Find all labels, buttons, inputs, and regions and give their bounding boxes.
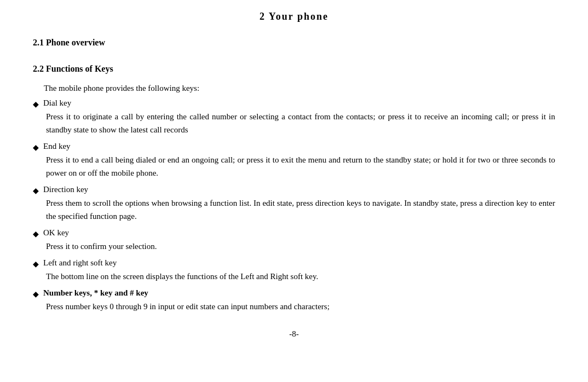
diamond-icon: ◆: [33, 100, 39, 109]
section-2-1-heading: 2.1 Phone overview: [33, 38, 555, 48]
diamond-icon: ◆: [33, 143, 39, 152]
section-2-2-heading: 2.2 Functions of Keys: [33, 64, 555, 74]
bullet-description: The bottom line on the screen displays t…: [46, 270, 555, 283]
section-2-1: 2.1 Phone overview: [33, 38, 555, 48]
bullet-title: Dial key: [43, 99, 71, 108]
list-item: ◆Number keys, * key and # keyPress numbe…: [33, 288, 555, 313]
bullet-title: Number keys, * key and # key: [43, 288, 148, 298]
bullet-description: Press them to scroll the options when br…: [46, 196, 555, 223]
diamond-icon: ◆: [33, 186, 39, 195]
section-2-2-intro: The mobile phone provides the following …: [44, 84, 555, 93]
bullet-list: ◆Dial keyPress it to originate a call by…: [33, 99, 555, 313]
bullet-title: Direction key: [43, 185, 88, 194]
list-item: ◆Dial keyPress it to originate a call by…: [33, 99, 555, 136]
page-footer: -8-: [33, 329, 555, 339]
bullet-description: Press it to originate a call by entering…: [46, 110, 555, 136]
page-title: 2 Your phone: [33, 11, 555, 22]
list-item: ◆End keyPress it to end a call being dia…: [33, 142, 555, 180]
list-item: ◆OK keyPress it to confirm your selectio…: [33, 228, 555, 253]
bullet-description: Press it to end a call being dialed or e…: [46, 153, 555, 180]
diamond-icon: ◆: [33, 290, 39, 299]
bullet-description: Press number keys 0 through 9 in input o…: [46, 300, 555, 313]
list-item: ◆Direction keyPress them to scroll the o…: [33, 185, 555, 223]
section-2-2: 2.2 Functions of Keys The mobile phone p…: [33, 64, 555, 313]
bullet-description: Press it to confirm your selection.: [46, 240, 555, 253]
list-item: ◆Left and right soft keyThe bottom line …: [33, 258, 555, 283]
bullet-title: Left and right soft key: [43, 258, 117, 268]
diamond-icon: ◆: [33, 229, 39, 239]
bullet-title: OK key: [43, 228, 69, 238]
bullet-title: End key: [43, 142, 71, 151]
diamond-icon: ◆: [33, 259, 39, 269]
